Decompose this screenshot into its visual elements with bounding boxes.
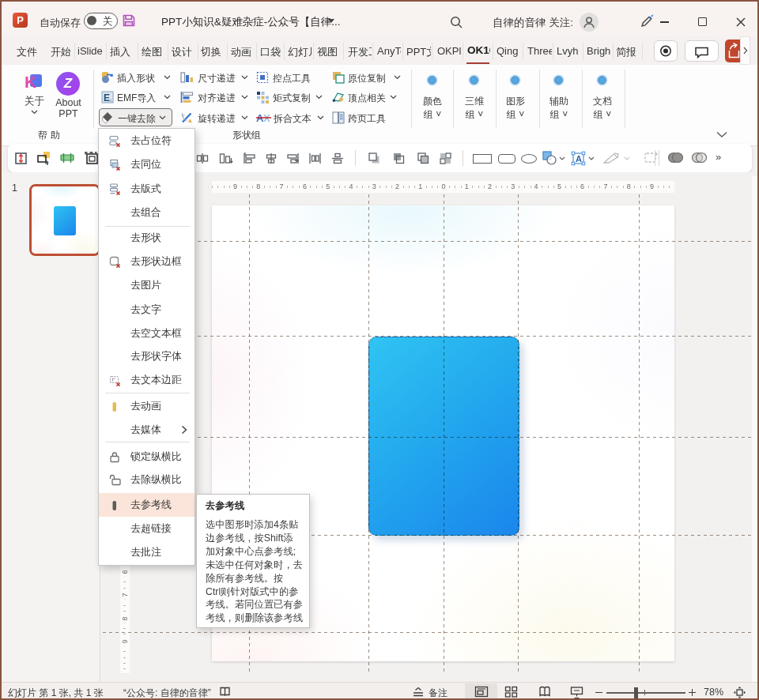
svg-text:K: K (25, 73, 36, 91)
svg-text:A: A (576, 154, 582, 164)
